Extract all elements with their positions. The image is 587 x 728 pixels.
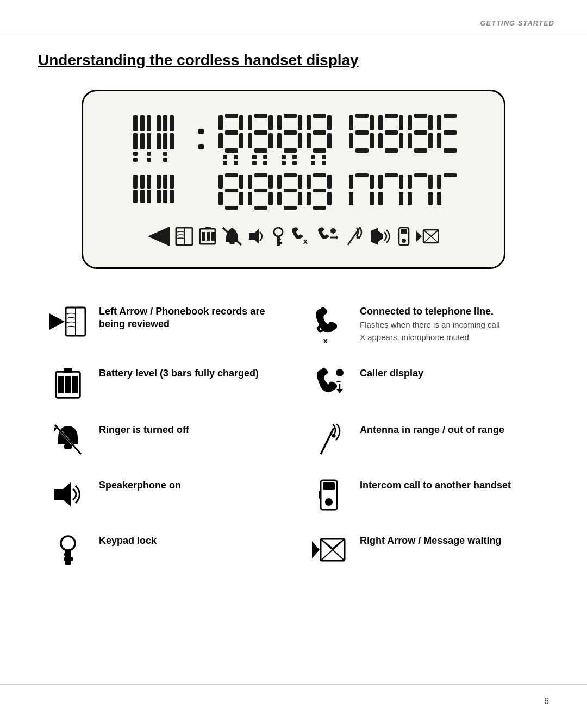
lcd-book-icon [174,227,195,246]
intercom-icon-col [310,479,348,511]
lcd-bottom-group-2 [217,172,337,216]
svg-rect-18 [198,129,204,134]
svg-rect-33 [268,115,273,130]
svg-rect-38 [252,155,257,159]
svg-rect-123 [284,206,297,210]
svg-rect-3 [133,158,138,162]
svg-rect-105 [225,173,238,177]
svg-rect-9 [147,158,151,162]
svg-rect-64 [349,115,353,130]
svg-rect-104 [218,175,223,189]
svg-rect-132 [349,175,353,189]
caller-display-text: Caller display [360,367,538,380]
lcd-envelope-icon [416,227,439,246]
ringer-off-label: Ringer is turned off [99,424,277,436]
svg-rect-187 [58,376,64,393]
lcd-bell-slash-icon [222,227,242,246]
svg-rect-51 [282,161,286,165]
svg-rect-139 [399,175,403,189]
svg-rect-150 [437,192,441,205]
svg-rect-142 [408,175,412,189]
svg-rect-129 [307,192,311,205]
svg-rect-121 [284,189,297,192]
lcd-battery-icon [199,227,217,246]
svg-rect-84 [428,133,433,148]
svg-rect-156 [205,227,211,229]
svg-rect-28 [234,155,238,159]
ringer-off-text: Ringer is turned off [99,424,277,436]
svg-rect-53 [307,115,311,130]
svg-rect-75 [378,133,383,148]
left-arrow-phonebook-icon [49,305,86,338]
keypad-lock-icon [58,535,78,566]
phone-connected-text: Connected to telephone line. Flashes whe… [360,305,538,343]
phone-connected-label: Connected to telephone line. [360,305,538,318]
legend-item-speakerphone: Speakerphone on [33,467,294,523]
keypad-lock-label: Keypad lock [99,535,277,547]
svg-rect-186 [64,368,72,373]
svg-rect-43 [284,114,297,118]
svg-rect-47 [284,148,297,153]
lcd-phone-icon: x [290,227,311,246]
svg-rect-125 [307,175,311,189]
svg-rect-165 [277,242,282,244]
legend-item-intercom: Intercom call to another handset [294,467,554,523]
svg-rect-131 [327,192,332,205]
legend-item-phonebook: Left Arrow / Phonebook records are being… [33,293,294,355]
svg-rect-69 [355,148,369,153]
svg-point-204 [61,536,75,550]
lcd-antenna-icon [342,227,365,246]
svg-rect-36 [254,148,267,153]
keypad-lock-text: Keypad lock [99,535,277,547]
speakerphone-text: Speakerphone on [99,479,277,492]
svg-rect-207 [64,553,71,556]
svg-rect-25 [225,148,238,153]
svg-text:x: x [323,336,328,343]
svg-rect-50 [292,155,297,159]
svg-rect-108 [218,192,223,205]
svg-rect-52 [292,161,297,165]
legend-item-caller-display: Caller display [294,355,554,412]
lcd-icon-row: x [148,227,439,246]
lcd-caller-icon [315,227,338,246]
speakerphone-icon-col [49,479,87,510]
svg-rect-141 [399,192,403,205]
svg-rect-122 [277,192,282,205]
antenna-icon-col [310,424,348,455]
battery-icon-col [49,367,87,400]
svg-rect-31 [248,115,252,130]
svg-marker-199 [54,482,71,506]
svg-rect-85 [437,115,441,130]
svg-rect-5 [140,133,145,149]
speakerphone-icon [52,479,84,510]
legend-item-keypad-lock: Keypad lock [33,523,294,578]
intercom-label: Intercom call to another handset [360,479,538,492]
svg-rect-78 [408,115,412,130]
svg-rect-140 [378,192,383,205]
svg-rect-70 [370,133,374,148]
svg-rect-68 [349,133,353,148]
svg-rect-29 [223,161,227,165]
svg-rect-0 [133,115,138,131]
svg-rect-101 [163,190,167,203]
svg-point-175 [402,239,406,243]
svg-rect-74 [385,130,398,135]
lcd-display-panel: x [82,90,505,269]
svg-rect-143 [414,173,427,177]
svg-rect-21 [225,114,238,118]
svg-rect-189 [72,376,78,393]
svg-rect-102 [170,175,174,189]
caller-display-icon-col [310,367,348,398]
svg-rect-188 [65,376,71,393]
svg-rect-117 [268,192,273,205]
svg-rect-65 [355,114,369,118]
svg-rect-130 [313,206,326,210]
svg-point-190 [336,369,344,376]
lcd-digit-group-2 [217,112,337,167]
svg-rect-10 [157,115,161,131]
ringer-off-icon-col [49,424,87,455]
svg-rect-90 [444,148,457,153]
svg-rect-80 [428,115,433,130]
svg-rect-62 [311,161,315,165]
caller-display-label: Caller display [360,367,538,380]
